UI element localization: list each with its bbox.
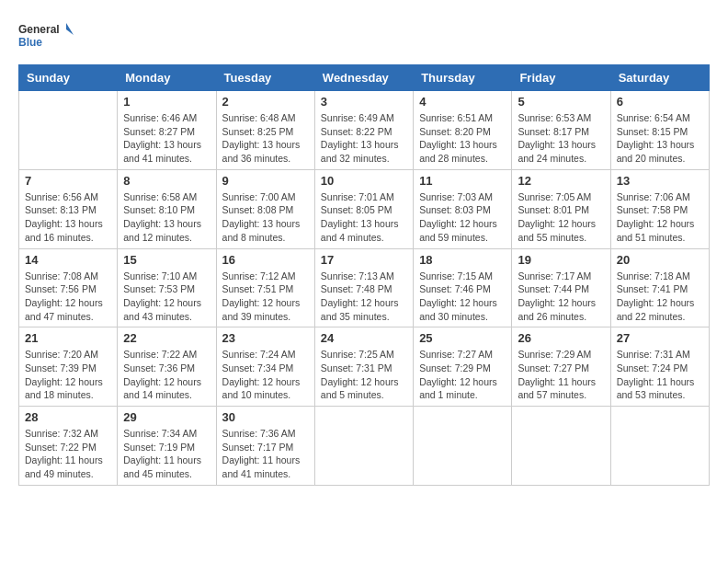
day-info: Sunrise: 7:03 AMSunset: 8:03 PMDaylight:… <box>419 190 506 245</box>
logo: General Blue <box>18 18 74 55</box>
day-number: 20 <box>617 253 703 267</box>
weekday-header-sunday: Sunday <box>19 65 118 91</box>
weekday-header-monday: Monday <box>118 65 216 91</box>
day-info: Sunrise: 7:20 AMSunset: 7:39 PMDaylight:… <box>25 348 111 402</box>
weekday-header-saturday: Saturday <box>610 65 709 91</box>
calendar-empty-cell <box>610 407 709 486</box>
day-info: Sunrise: 7:22 AMSunset: 7:36 PMDaylight:… <box>123 348 210 402</box>
calendar-week-row: 1Sunrise: 6:46 AMSunset: 8:27 PMDaylight… <box>19 91 710 170</box>
day-number: 29 <box>123 410 210 424</box>
calendar-table: SundayMondayTuesdayWednesdayThursdayFrid… <box>18 64 710 486</box>
calendar-day-cell: 25Sunrise: 7:27 AMSunset: 7:29 PMDayligh… <box>414 327 512 407</box>
day-number: 28 <box>25 410 111 424</box>
day-number: 6 <box>617 95 703 109</box>
day-number: 19 <box>518 253 604 267</box>
weekday-header-wednesday: Wednesday <box>314 65 413 91</box>
day-info: Sunrise: 7:05 AMSunset: 8:01 PMDaylight:… <box>518 190 604 245</box>
day-info: Sunrise: 7:01 AMSunset: 8:05 PMDaylight:… <box>321 190 407 245</box>
day-info: Sunrise: 7:13 AMSunset: 7:48 PMDaylight:… <box>321 270 407 324</box>
day-number: 5 <box>518 95 604 109</box>
calendar-day-cell: 5Sunrise: 6:53 AMSunset: 8:17 PMDaylight… <box>512 91 610 170</box>
day-number: 21 <box>25 331 111 345</box>
calendar-day-cell: 30Sunrise: 7:36 AMSunset: 7:17 PMDayligh… <box>216 407 314 486</box>
calendar-empty-cell <box>19 91 118 170</box>
calendar-week-row: 21Sunrise: 7:20 AMSunset: 7:39 PMDayligh… <box>19 327 710 407</box>
weekday-header-tuesday: Tuesday <box>216 65 314 91</box>
day-info: Sunrise: 6:53 AMSunset: 8:17 PMDaylight:… <box>518 111 604 166</box>
calendar-empty-cell <box>314 407 413 486</box>
day-info: Sunrise: 6:49 AMSunset: 8:22 PMDaylight:… <box>321 111 407 166</box>
calendar-day-cell: 7Sunrise: 6:56 AMSunset: 8:13 PMDaylight… <box>19 169 118 248</box>
calendar-day-cell: 28Sunrise: 7:32 AMSunset: 7:22 PMDayligh… <box>19 407 118 486</box>
calendar-week-row: 7Sunrise: 6:56 AMSunset: 8:13 PMDaylight… <box>19 169 710 248</box>
day-number: 7 <box>25 174 111 188</box>
calendar-day-cell: 27Sunrise: 7:31 AMSunset: 7:24 PMDayligh… <box>610 327 709 407</box>
weekday-header-thursday: Thursday <box>414 65 512 91</box>
calendar-day-cell: 22Sunrise: 7:22 AMSunset: 7:36 PMDayligh… <box>118 327 216 407</box>
day-number: 14 <box>25 253 111 267</box>
day-info: Sunrise: 6:56 AMSunset: 8:13 PMDaylight:… <box>25 190 111 245</box>
day-number: 15 <box>123 253 210 267</box>
day-number: 8 <box>123 174 210 188</box>
day-number: 24 <box>321 331 407 345</box>
calendar-empty-cell <box>512 407 610 486</box>
calendar-empty-cell <box>414 407 512 486</box>
day-number: 16 <box>222 253 309 267</box>
calendar-day-cell: 12Sunrise: 7:05 AMSunset: 8:01 PMDayligh… <box>512 169 610 248</box>
weekday-header-friday: Friday <box>512 65 610 91</box>
day-info: Sunrise: 7:06 AMSunset: 7:58 PMDaylight:… <box>617 190 703 245</box>
day-info: Sunrise: 7:00 AMSunset: 8:08 PMDaylight:… <box>222 190 309 245</box>
calendar-day-cell: 19Sunrise: 7:17 AMSunset: 7:44 PMDayligh… <box>512 248 610 327</box>
day-number: 25 <box>419 331 506 345</box>
day-info: Sunrise: 7:15 AMSunset: 7:46 PMDaylight:… <box>419 270 506 324</box>
calendar-day-cell: 24Sunrise: 7:25 AMSunset: 7:31 PMDayligh… <box>314 327 413 407</box>
calendar-day-cell: 23Sunrise: 7:24 AMSunset: 7:34 PMDayligh… <box>216 327 314 407</box>
calendar-day-cell: 3Sunrise: 6:49 AMSunset: 8:22 PMDaylight… <box>314 91 413 170</box>
calendar-day-cell: 1Sunrise: 6:46 AMSunset: 8:27 PMDaylight… <box>118 91 216 170</box>
day-number: 10 <box>321 174 407 188</box>
day-info: Sunrise: 7:27 AMSunset: 7:29 PMDaylight:… <box>419 348 506 402</box>
day-number: 30 <box>222 410 309 424</box>
calendar-day-cell: 13Sunrise: 7:06 AMSunset: 7:58 PMDayligh… <box>610 169 709 248</box>
day-number: 13 <box>617 174 703 188</box>
day-info: Sunrise: 6:48 AMSunset: 8:25 PMDaylight:… <box>222 111 309 166</box>
calendar-day-cell: 14Sunrise: 7:08 AMSunset: 7:56 PMDayligh… <box>19 248 118 327</box>
day-info: Sunrise: 6:46 AMSunset: 8:27 PMDaylight:… <box>123 111 210 166</box>
day-info: Sunrise: 7:32 AMSunset: 7:22 PMDaylight:… <box>25 427 111 481</box>
day-info: Sunrise: 7:17 AMSunset: 7:44 PMDaylight:… <box>518 270 604 324</box>
calendar-day-cell: 9Sunrise: 7:00 AMSunset: 8:08 PMDaylight… <box>216 169 314 248</box>
calendar-week-row: 14Sunrise: 7:08 AMSunset: 7:56 PMDayligh… <box>19 248 710 327</box>
day-number: 23 <box>222 331 309 345</box>
day-number: 22 <box>123 331 210 345</box>
day-number: 11 <box>419 174 506 188</box>
day-info: Sunrise: 7:12 AMSunset: 7:51 PMDaylight:… <box>222 270 309 324</box>
day-number: 12 <box>518 174 604 188</box>
calendar-day-cell: 18Sunrise: 7:15 AMSunset: 7:46 PMDayligh… <box>414 248 512 327</box>
day-number: 1 <box>123 95 210 109</box>
calendar-day-cell: 6Sunrise: 6:54 AMSunset: 8:15 PMDaylight… <box>610 91 709 170</box>
calendar-day-cell: 26Sunrise: 7:29 AMSunset: 7:27 PMDayligh… <box>512 327 610 407</box>
day-number: 26 <box>518 331 604 345</box>
day-info: Sunrise: 7:29 AMSunset: 7:27 PMDaylight:… <box>518 348 604 402</box>
day-number: 17 <box>321 253 407 267</box>
svg-text:General: General <box>18 23 60 36</box>
day-number: 18 <box>419 253 506 267</box>
day-info: Sunrise: 7:18 AMSunset: 7:41 PMDaylight:… <box>617 270 703 324</box>
calendar-day-cell: 17Sunrise: 7:13 AMSunset: 7:48 PMDayligh… <box>314 248 413 327</box>
svg-marker-2 <box>66 23 74 35</box>
day-number: 3 <box>321 95 407 109</box>
day-info: Sunrise: 6:58 AMSunset: 8:10 PMDaylight:… <box>123 190 210 245</box>
day-info: Sunrise: 7:36 AMSunset: 7:17 PMDaylight:… <box>222 427 309 481</box>
calendar-day-cell: 10Sunrise: 7:01 AMSunset: 8:05 PMDayligh… <box>314 169 413 248</box>
calendar-day-cell: 11Sunrise: 7:03 AMSunset: 8:03 PMDayligh… <box>414 169 512 248</box>
calendar-day-cell: 15Sunrise: 7:10 AMSunset: 7:53 PMDayligh… <box>118 248 216 327</box>
calendar-day-cell: 4Sunrise: 6:51 AMSunset: 8:20 PMDaylight… <box>414 91 512 170</box>
day-number: 4 <box>419 95 506 109</box>
day-info: Sunrise: 6:51 AMSunset: 8:20 PMDaylight:… <box>419 111 506 166</box>
calendar-day-cell: 16Sunrise: 7:12 AMSunset: 7:51 PMDayligh… <box>216 248 314 327</box>
calendar-day-cell: 29Sunrise: 7:34 AMSunset: 7:19 PMDayligh… <box>118 407 216 486</box>
calendar-day-cell: 8Sunrise: 6:58 AMSunset: 8:10 PMDaylight… <box>118 169 216 248</box>
logo-icon: General Blue <box>18 18 74 55</box>
day-info: Sunrise: 7:24 AMSunset: 7:34 PMDaylight:… <box>222 348 309 402</box>
calendar-day-cell: 21Sunrise: 7:20 AMSunset: 7:39 PMDayligh… <box>19 327 118 407</box>
